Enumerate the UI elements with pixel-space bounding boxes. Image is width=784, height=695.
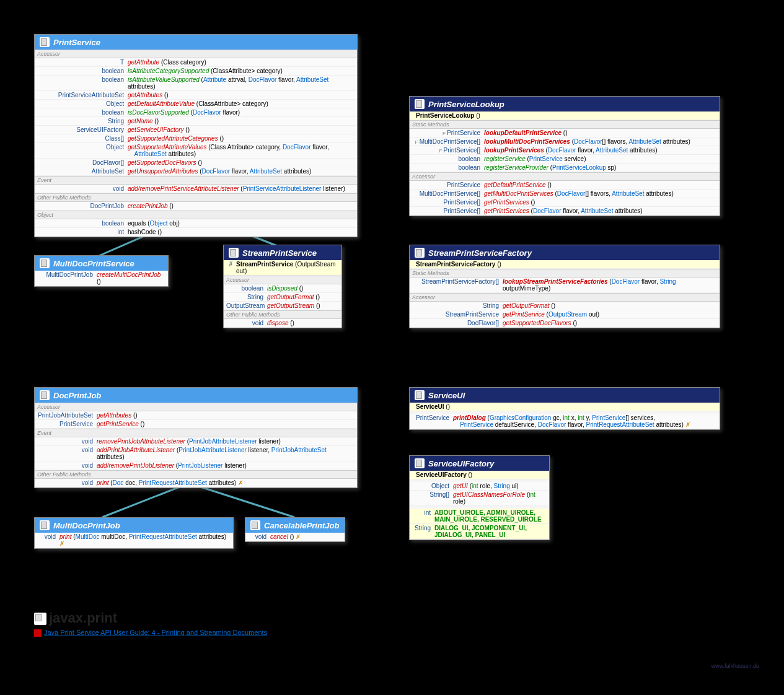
class-stream-print-service-factory: StreamPrintServiceFactoryStreamPrintServ… — [409, 245, 720, 328]
class-doc-print-job: DocPrintJobAccessorPrintJobAttributeSetg… — [34, 387, 358, 488]
class-stream-print-service: StreamPrintService#StreamPrintService (O… — [223, 245, 342, 328]
class-service-ui: ServiceUIServiceUI ()PrintServiceprintDi… — [409, 387, 720, 430]
class-service-ui-factory: ServiceUIFactoryServiceUIFactory ()Objec… — [409, 455, 550, 540]
class-print-service: PrintServiceAccessor TgetAttribute (Clas… — [34, 34, 358, 237]
doc-link[interactable]: Java Print Service API User Guide: 4 - P… — [34, 629, 267, 637]
package-name: javax.print — [34, 610, 117, 626]
class-multi-doc-print-job: MultiDocPrintJobvoidprint (MultiDoc mult… — [34, 517, 234, 549]
class-multi-doc-print-service: MultiDocPrintServiceMultiDocPrintJobcrea… — [34, 255, 169, 287]
class-print-service-lookup: PrintServiceLookupPrintServiceLookup ()S… — [409, 96, 720, 216]
class-cancelable-print-job: CancelablePrintJobvoidcancel () ✗ — [245, 517, 345, 542]
credit: www.falkhausen.de — [711, 663, 759, 669]
bullet-icon — [34, 629, 42, 637]
printer-icon — [34, 613, 46, 625]
